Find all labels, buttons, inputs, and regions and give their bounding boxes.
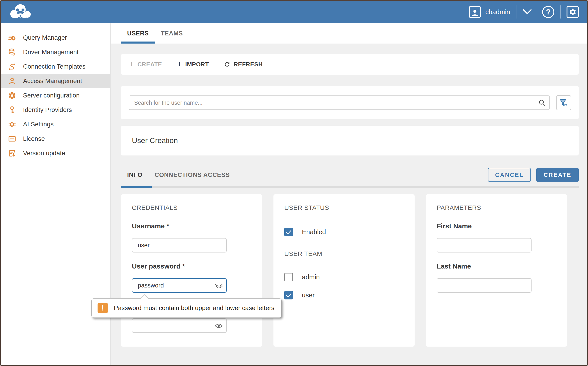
warning-icon: ! [98, 303, 108, 313]
topbar-actions: cbadmin ? [469, 5, 579, 18]
password-validation-tooltip: ! Password must contain both upper and l… [92, 298, 282, 318]
query-manager-icon [8, 34, 16, 42]
tab-users-label: USERS [127, 30, 149, 37]
first-name-field[interactable] [437, 238, 532, 252]
team-user-checkbox[interactable] [284, 291, 293, 299]
import-button[interactable]: + IMPORT [177, 60, 209, 69]
last-name-field[interactable] [437, 278, 532, 293]
user-avatar[interactable] [469, 6, 481, 18]
enabled-checkbox[interactable] [284, 228, 293, 236]
last-name-label: Last Name [437, 262, 556, 270]
sidebar-item-server-configuration[interactable]: Server configuration [1, 88, 110, 103]
tooltip-text: Password must contain both upper and low… [114, 305, 274, 312]
credentials-panel: CREDENTIALS Username * User password * [121, 194, 262, 347]
topbar-username: cbadmin [485, 8, 510, 16]
form-tab-active-indicator [121, 186, 152, 188]
tab-connections-access-label: CONNECTIONS ACCESS [155, 171, 230, 178]
cloudbeaver-logo-icon [9, 3, 33, 21]
settings-gear-icon[interactable] [566, 6, 579, 18]
search-input[interactable] [129, 95, 550, 110]
eye-icon[interactable] [215, 322, 223, 329]
tab-connections-access[interactable]: CONNECTIONS ACCESS [149, 168, 236, 182]
user-status-panel: USER STATUS Enabled USER TEAM admin user [273, 194, 415, 347]
form-tabs: INFO CONNECTIONS ACCESS [121, 168, 236, 182]
create-button[interactable]: + CREATE [129, 60, 162, 69]
team-user-row: user [284, 291, 404, 299]
sidebar-item-query-manager[interactable]: Query Manager [1, 30, 110, 45]
refresh-button[interactable]: REFRESH [224, 61, 263, 68]
form-tab-track [121, 186, 579, 188]
sidebar-item-license[interactable]: License [1, 131, 110, 146]
plus-icon: + [129, 60, 134, 68]
refresh-button-label: REFRESH [234, 61, 263, 68]
form-panels: CREDENTIALS Username * User password * [121, 194, 579, 347]
ai-settings-icon [8, 120, 16, 129]
eye-off-icon[interactable] [215, 282, 223, 289]
username-label: Username * [132, 222, 251, 230]
sidebar-item-version-update[interactable]: Version update [1, 146, 110, 160]
sidebar-item-label: Identity Providers [23, 106, 72, 114]
sidebar-item-label: Server configuration [23, 92, 80, 99]
sidebar-item-label: Version update [23, 150, 65, 157]
team-admin-label: admin [302, 274, 320, 281]
license-icon [8, 135, 16, 143]
page-title: User Creation [132, 136, 178, 145]
sidebar-item-connection-templates[interactable]: Connection Templates [1, 59, 110, 74]
tab-teams[interactable]: TEAMS [155, 23, 189, 44]
password-label: User password * [132, 262, 251, 270]
sidebar-item-label: AI Settings [23, 121, 54, 128]
password-field[interactable] [132, 278, 227, 293]
confirm-password-field[interactable] [132, 318, 227, 333]
server-configuration-icon [8, 92, 16, 100]
search-wrap [129, 95, 550, 110]
identity-providers-icon [8, 106, 16, 114]
sidebar-item-access-management[interactable]: Access Management [1, 74, 110, 88]
topbar-divider [560, 5, 561, 18]
sidebar-item-label: Access Management [23, 77, 82, 85]
chevron-down-icon[interactable] [522, 8, 532, 15]
sidebar-item-label: Query Manager [23, 34, 67, 41]
sidebar-item-ai-settings[interactable]: AI Settings [1, 117, 110, 131]
topbar-divider [516, 5, 516, 18]
refresh-icon [224, 61, 231, 68]
parameters-header: PARAMETERS [437, 204, 556, 211]
driver-management-icon [8, 48, 16, 56]
search-section [121, 86, 579, 119]
tab-teams-label: TEAMS [161, 30, 183, 37]
user-creation-card: User Creation [121, 126, 579, 155]
first-name-label: First Name [437, 222, 556, 230]
team-admin-checkbox[interactable] [284, 273, 293, 281]
sidebar-item-label: Driver Management [23, 48, 78, 56]
password-wrap [132, 278, 227, 293]
filter-button[interactable] [556, 95, 571, 110]
form-header: INFO CONNECTIONS ACCESS CANCEL CREATE [121, 168, 579, 182]
create-user-button[interactable]: CREATE [536, 168, 579, 182]
help-icon[interactable]: ? [542, 6, 554, 18]
version-update-icon [8, 149, 16, 158]
sidebar-item-label: License [23, 135, 45, 142]
username-field[interactable] [132, 238, 227, 252]
tab-info[interactable]: INFO [121, 168, 149, 182]
credentials-header: CREDENTIALS [132, 204, 251, 211]
team-admin-row: admin [284, 273, 404, 281]
sidebar-item-identity-providers[interactable]: Identity Providers [1, 103, 110, 117]
confirm-password-wrap [132, 318, 227, 333]
toolbar: + CREATE + IMPORT REFRESH [121, 54, 579, 75]
enabled-label: Enabled [302, 228, 326, 236]
team-user-label: user [302, 291, 315, 299]
tab-users[interactable]: USERS [121, 23, 155, 44]
sidebar-item-driver-management[interactable]: Driver Management [1, 45, 110, 59]
topbar: cbadmin ? [1, 1, 587, 23]
import-button-label: IMPORT [185, 61, 209, 68]
parameters-panel: PARAMETERS First Name Last Name [426, 194, 567, 347]
form-actions: CANCEL CREATE [488, 168, 579, 182]
filter-funnel-icon [559, 98, 568, 107]
sidebar-item-label: Connection Templates [23, 63, 85, 70]
app-window: cbadmin ? Query Manager [0, 0, 588, 366]
create-button-label: CREATE [138, 61, 162, 68]
access-management-icon [8, 77, 16, 85]
plus-icon: + [177, 60, 182, 68]
connection-templates-icon [8, 62, 16, 71]
cancel-button[interactable]: CANCEL [488, 168, 531, 182]
search-icon [538, 99, 546, 107]
